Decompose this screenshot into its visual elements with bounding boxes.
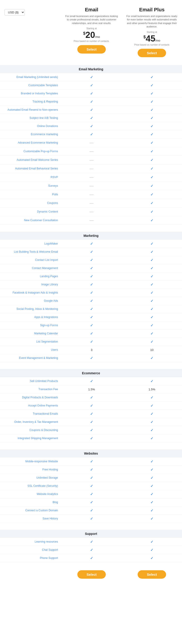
check-icon: ✓ [90,274,93,278]
check-icon: ✓ [150,124,153,128]
email-price: $20/mo [65,30,118,40]
feature-name: Sign-up Forms [0,322,61,329]
check-icon: ✓ [150,379,153,383]
table-row: Tracking & Reporting✓✓ [0,98,182,106]
table-row: Learning resources✓✓ [0,538,182,546]
check-icon: ✓ [150,150,153,153]
feature-emailplus-val: ✓ [122,554,182,562]
check-icon: ✓ [150,508,153,512]
feature-name: Google Ads [0,298,61,304]
feature-name: Transaction Fee [0,386,61,393]
header-row: USD ($) EUR (€) GBP (£) Email For small … [0,0,182,62]
feature-name: Integrated Shipping Management [0,435,61,442]
feature-emailplus-val: ✓ [122,418,182,426]
feature-email-val: ✓ [61,90,122,98]
check-icon: ✓ [150,167,153,170]
emailplus-select-button[interactable]: Select [138,49,166,57]
feature-name: Landing Pages [0,273,61,280]
feature-name: Contact List Import [0,256,61,263]
currency-select[interactable]: USD ($) EUR (€) GBP (£) [5,9,25,16]
feature-name: Phone Support [0,554,61,562]
check-icon: ✓ [150,340,153,344]
check-icon: ✓ [90,428,93,432]
feature-emailplus-val: ✓ [122,106,182,114]
check-icon: ✓ [90,315,93,319]
check-icon: ✓ [90,356,93,360]
bottom-emailplus-select-button[interactable]: Select [138,570,166,579]
table-row: Unlimited Storage✓✓ [0,474,182,482]
check-icon: ✓ [150,540,153,544]
section-title-3: Websites [0,452,182,455]
table-row: Chat Support✓✓ [0,546,182,554]
table-row: Contact List Import✓✓ [0,256,182,264]
feature-emailplus-val: ✓ [122,264,182,272]
check-icon: ✓ [90,258,93,262]
feature-email-val: — [61,138,122,147]
feature-name: Coupons & Discounting [0,427,61,434]
check-icon: ✓ [150,420,153,424]
feature-emailplus-val: ✓ [122,426,182,434]
email-price-amount: 20 [85,30,95,40]
feature-name: Accept Online Payments [0,402,61,409]
check-icon: ✓ [90,412,93,416]
table-row: Coupons & Discounting✓✓ [0,426,182,434]
feature-emailplus-val: ✓ [122,82,182,90]
section-header-3: Websites [0,449,182,458]
feature-emailplus-val: ✓ [122,330,182,338]
email-price-symbol: $ [83,31,85,36]
table-row: Image Library✓✓ [0,280,182,289]
check-icon: ✓ [150,100,153,104]
feature-email-val: ✓ [61,106,122,114]
email-select-button[interactable]: Select [77,45,106,54]
feature-name: Blog [0,499,61,506]
dash-icon: — [90,209,94,214]
check-icon: ✓ [90,379,93,383]
feature-name: Unlimited Storage [0,474,61,481]
feature-name: Subject line A/B Testing [0,114,61,121]
dash-icon: — [90,158,94,162]
feature-emailplus-val: ✓ [122,90,182,98]
table-row: LogoMaker✓✓ [0,240,182,248]
check-icon: ✓ [150,548,153,552]
feature-name: Customizable Templates [0,82,61,89]
check-icon: ✓ [150,258,153,262]
feature-emailplus-val: ✓ [122,173,182,181]
feature-emailplus-val: ✓ [122,280,182,288]
table-row: Order, Inventory & Tax Management✓✓ [0,418,182,426]
feature-email-val: ✓ [61,122,122,130]
bottom-email-select-button[interactable]: Select [77,570,106,579]
feature-emailplus-val: ✓ [122,272,182,280]
feature-email-val: 3 [61,346,122,354]
feature-name: Online Donations [0,123,61,130]
feature-email-val: ✓ [61,280,122,288]
check-icon: ✓ [90,404,93,408]
check-icon: ✓ [150,175,153,179]
check-icon: ✓ [150,436,153,440]
check-icon: ✓ [90,266,93,270]
check-icon: ✓ [90,548,93,552]
feature-email-val: ✓ [61,538,122,546]
check-icon: ✓ [90,420,93,424]
feature-name: Website Analytics [0,491,61,498]
feature-email-val: — [61,147,122,156]
feature-emailplus-val: ✓ [122,305,182,313]
table-row: Customizable Templates✓✓ [0,82,182,90]
email-starting-at: Starting at [65,27,118,30]
check-icon: ✓ [150,274,153,278]
feature-name: Order, Inventory & Tax Management [0,418,61,425]
check-icon: ✓ [90,484,93,488]
emailplus-price-note: Price based on number of contacts [125,44,178,46]
check-icon: ✓ [150,556,153,560]
bottom-email-select-cell: Select [61,570,122,579]
feature-name: Surveys [0,182,61,189]
table-row: Advanced Ecommerce Marketing—✓ [0,138,182,147]
feature-name: List Segmentation [0,338,61,345]
feature-name: Event Management & Marketing [0,354,61,361]
section-header-1: Marketing [0,232,182,240]
feature-name: SSL Certificate (Security) [0,482,61,489]
pricing-page: USD ($) EUR (€) GBP (£) Email For small … [0,0,182,583]
section-spacer [0,523,182,526]
feature-name: Sell Unlimited Products [0,378,61,384]
table-row: Accept Online Payments✓✓ [0,402,182,410]
feature-name: Apps & Integrations [0,314,61,320]
